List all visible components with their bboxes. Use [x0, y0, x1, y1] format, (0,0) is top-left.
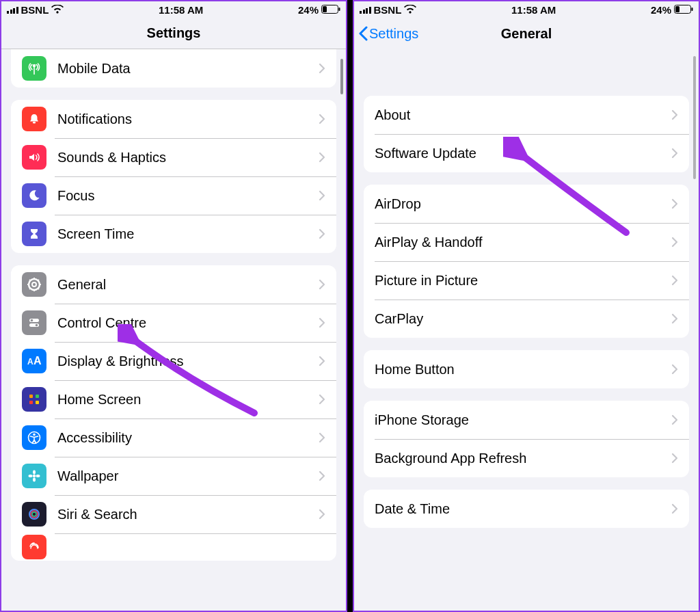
chevron-right-icon	[671, 313, 678, 324]
hourglass-icon	[22, 222, 46, 246]
nav-header: Settings General	[354, 18, 699, 49]
row-home-screen[interactable]: Home Screen	[11, 380, 336, 418]
svg-point-29	[33, 470, 36, 475]
svg-rect-22	[29, 395, 33, 398]
row-label: Picture in Picture	[375, 273, 671, 289]
chevron-right-icon	[319, 356, 325, 367]
svg-rect-37	[675, 6, 679, 12]
chevron-right-icon	[319, 509, 325, 520]
row-carplay[interactable]: CarPlay	[364, 300, 689, 338]
row-label: Software Update	[375, 146, 671, 161]
svg-text:A: A	[27, 357, 33, 367]
row-label: Date & Time	[375, 501, 671, 517]
chevron-right-icon	[319, 394, 325, 405]
scrollbar[interactable]	[693, 56, 696, 179]
row-label: Mobile Data	[57, 61, 319, 77]
settings-scroll[interactable]: Mobile Data Notifications Sounds & Hapti…	[1, 49, 346, 612]
signal-icon	[360, 5, 371, 14]
carrier-label: BSNL	[21, 4, 49, 16]
row-label: Wallpaper	[57, 468, 319, 484]
right-phone-frame: BSNL 11:58 AM 24% Settings General About	[353, 0, 700, 612]
bell-icon	[22, 107, 46, 131]
general-scroll[interactable]: About Software Update AirDrop AirPlay & …	[354, 49, 699, 612]
chevron-right-icon	[319, 317, 325, 328]
siri-icon	[22, 502, 46, 527]
row-label: Home Button	[375, 362, 671, 377]
row-background-app-refresh[interactable]: Background App Refresh	[364, 439, 689, 477]
chevron-right-icon	[671, 453, 678, 464]
svg-point-32	[36, 475, 40, 477]
chevron-right-icon	[319, 63, 325, 74]
row-label: Focus	[57, 188, 319, 204]
chevron-right-icon	[319, 228, 325, 239]
chevron-right-icon	[319, 432, 325, 443]
scrollbar[interactable]	[340, 59, 343, 94]
row-label: AirPlay & Handoff	[375, 235, 671, 250]
chevron-right-icon	[319, 470, 325, 481]
svg-point-7	[32, 282, 36, 287]
row-label: AirDrop	[375, 196, 671, 212]
antenna-icon	[22, 56, 46, 81]
wifi-icon	[51, 4, 64, 16]
svg-point-35	[32, 512, 36, 516]
general-section: Home Button	[364, 350, 689, 388]
row-general[interactable]: General	[11, 265, 336, 304]
general-section: About Software Update	[364, 96, 689, 172]
row-airdrop[interactable]: AirDrop	[364, 185, 689, 223]
row-touch-id[interactable]	[11, 533, 336, 561]
svg-point-17	[31, 319, 33, 322]
svg-rect-24	[29, 401, 33, 404]
svg-rect-38	[692, 8, 693, 11]
row-home-button[interactable]: Home Button	[364, 350, 689, 388]
row-label: iPhone Storage	[375, 412, 671, 428]
battery-percent: 24%	[651, 4, 671, 16]
row-picture-in-picture[interactable]: Picture in Picture	[364, 261, 689, 300]
settings-section: Notifications Sounds & Haptics Focus	[11, 100, 336, 253]
row-mobile-data[interactable]: Mobile Data	[11, 49, 336, 88]
row-label: Home Screen	[57, 392, 319, 408]
row-screen-time[interactable]: Screen Time	[11, 215, 336, 253]
page-title: General	[501, 26, 552, 42]
settings-section: General Control Centre AA Display & Brig…	[11, 265, 336, 561]
moon-icon	[22, 183, 46, 208]
row-focus[interactable]: Focus	[11, 176, 336, 215]
row-notifications[interactable]: Notifications	[11, 100, 336, 138]
row-about[interactable]: About	[364, 96, 689, 134]
grid-icon	[22, 387, 46, 412]
chevron-right-icon	[319, 152, 325, 163]
status-bar: BSNL 11:58 AM 24%	[354, 1, 699, 18]
row-display-brightness[interactable]: AA Display & Brightness	[11, 342, 336, 380]
row-siri-search[interactable]: Siri & Search	[11, 495, 336, 533]
status-bar: BSNL 11:58 AM 24%	[1, 1, 346, 18]
row-wallpaper[interactable]: Wallpaper	[11, 457, 336, 495]
chevron-right-icon	[671, 198, 678, 209]
row-sounds-haptics[interactable]: Sounds & Haptics	[11, 138, 336, 176]
battery-percent: 24%	[298, 4, 319, 16]
nav-header: Settings	[1, 18, 346, 49]
row-software-update[interactable]: Software Update	[364, 134, 689, 172]
chevron-right-icon	[319, 190, 325, 201]
row-label: Notifications	[57, 111, 319, 127]
row-control-centre[interactable]: Control Centre	[11, 304, 336, 342]
row-label: Siri & Search	[57, 507, 319, 522]
accessibility-icon	[22, 425, 46, 450]
row-label: Screen Time	[57, 226, 319, 242]
time-label: 11:58 AM	[159, 4, 203, 16]
chevron-right-icon	[319, 114, 325, 124]
row-date-time[interactable]: Date & Time	[364, 490, 689, 528]
svg-point-31	[29, 475, 33, 477]
speaker-icon	[22, 145, 46, 170]
svg-rect-23	[36, 395, 39, 398]
row-label: Accessibility	[57, 430, 319, 446]
row-accessibility[interactable]: Accessibility	[11, 418, 336, 457]
left-phone-frame: BSNL 11:58 AM 24% Settings Mobile Data	[0, 0, 347, 612]
svg-point-27	[33, 434, 36, 436]
svg-rect-5	[33, 122, 36, 124]
back-label: Settings	[369, 26, 418, 42]
row-iphone-storage[interactable]: iPhone Storage	[364, 401, 689, 439]
row-airplay-handoff[interactable]: AirPlay & Handoff	[364, 223, 689, 261]
back-button[interactable]: Settings	[358, 18, 418, 49]
fingerprint-icon	[22, 535, 46, 559]
chevron-right-icon	[671, 109, 678, 120]
svg-line-15	[38, 280, 39, 281]
